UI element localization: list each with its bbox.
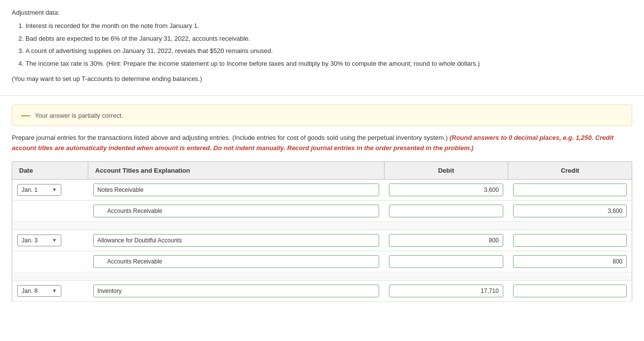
account-cell-4 (88, 251, 385, 272)
account-cell-1 (88, 179, 385, 200)
top-section: Adjustment data: Interest is recorded fo… (0, 0, 644, 96)
table-row: Jan. 1 ▼ (12, 179, 632, 200)
debit-input-4[interactable] (389, 255, 503, 268)
credit-cell-3 (508, 230, 632, 251)
account-input-3[interactable] (93, 234, 380, 247)
table-row (12, 200, 632, 221)
hint-note: (You may want to set up T-accounts to de… (12, 75, 632, 82)
adjustment-item-2: Bad debts are expected to be 6% of the J… (26, 34, 632, 44)
row-spacer-2 (12, 272, 632, 280)
adjustment-item-3: A count of advertising supplies on Janua… (26, 46, 632, 56)
date-cell-3: Jan. 3 ▼ (12, 230, 88, 251)
debit-cell-4 (384, 251, 508, 272)
debit-input-1[interactable] (389, 184, 503, 196)
instructions-part1: Prepare journal entries for the transact… (12, 134, 449, 141)
credit-cell-4 (508, 251, 632, 272)
date-cell-4 (12, 251, 88, 272)
date-value-3: Jan. 3 (22, 237, 38, 244)
date-dropdown-1[interactable]: Jan. 1 ▼ (17, 184, 61, 196)
credit-input-3[interactable] (513, 234, 627, 247)
account-cell-2 (88, 200, 385, 221)
date-value-1: Jan. 1 (22, 186, 38, 193)
adjustment-item-1: Interest is recorded for the month on th… (26, 21, 632, 31)
main-section: Prepare journal entries for the transact… (0, 133, 644, 312)
header-account: Account Titles and Explanation (88, 161, 385, 179)
table-row (12, 251, 632, 272)
alert-box: — Your answer is partially correct. (12, 105, 632, 126)
date-cell-2 (12, 200, 88, 221)
debit-cell-1 (384, 179, 508, 200)
credit-cell-1 (508, 179, 632, 200)
credit-input-1[interactable] (513, 184, 627, 196)
credit-input-4[interactable] (513, 255, 627, 268)
account-input-2[interactable] (93, 205, 380, 217)
credit-input-2[interactable] (513, 205, 627, 217)
minus-icon: — (21, 111, 30, 120)
dropdown-arrow-3: ▼ (52, 237, 57, 243)
debit-input-2[interactable] (389, 205, 503, 217)
credit-cell-2 (508, 200, 632, 221)
account-input-4[interactable] (93, 255, 380, 268)
journal-table: Date Account Titles and Explanation Debi… (12, 161, 632, 302)
date-cell-1: Jan. 1 ▼ (12, 179, 88, 200)
credit-cell-5 (508, 280, 632, 301)
debit-cell-2 (384, 200, 508, 221)
table-header-row: Date Account Titles and Explanation Debi… (12, 161, 632, 179)
debit-input-3[interactable] (389, 234, 503, 247)
instructions-text: Prepare journal entries for the transact… (12, 133, 632, 154)
row-spacer-1 (12, 221, 632, 230)
table-row: Jan. 8 ▼ (12, 280, 632, 301)
debit-cell-3 (384, 230, 508, 251)
date-value-5: Jan. 8 (22, 288, 38, 294)
account-cell-5 (88, 280, 385, 301)
adjustment-item-4: The income tax rate is 30%. (Hint: Prepa… (26, 59, 632, 69)
dropdown-arrow-1: ▼ (52, 187, 57, 192)
header-credit: Credit (508, 161, 632, 179)
adjustment-label: Adjustment data: (12, 9, 632, 16)
account-input-1[interactable] (93, 184, 380, 196)
credit-input-5[interactable] (513, 285, 627, 297)
header-date: Date (12, 161, 88, 179)
adjustment-list: Interest is recorded for the month on th… (26, 21, 632, 68)
debit-cell-5 (384, 280, 508, 301)
account-input-5[interactable] (93, 285, 380, 297)
account-cell-3 (88, 230, 385, 251)
dropdown-arrow-5: ▼ (52, 288, 57, 293)
date-dropdown-3[interactable]: Jan. 3 ▼ (17, 235, 61, 246)
table-row: Jan. 3 ▼ (12, 230, 632, 251)
debit-input-5[interactable] (389, 285, 503, 297)
date-dropdown-5[interactable]: Jan. 8 ▼ (17, 285, 61, 297)
date-cell-5: Jan. 8 ▼ (12, 280, 88, 301)
alert-message: Your answer is partially correct. (35, 112, 123, 119)
header-debit: Debit (384, 161, 508, 179)
